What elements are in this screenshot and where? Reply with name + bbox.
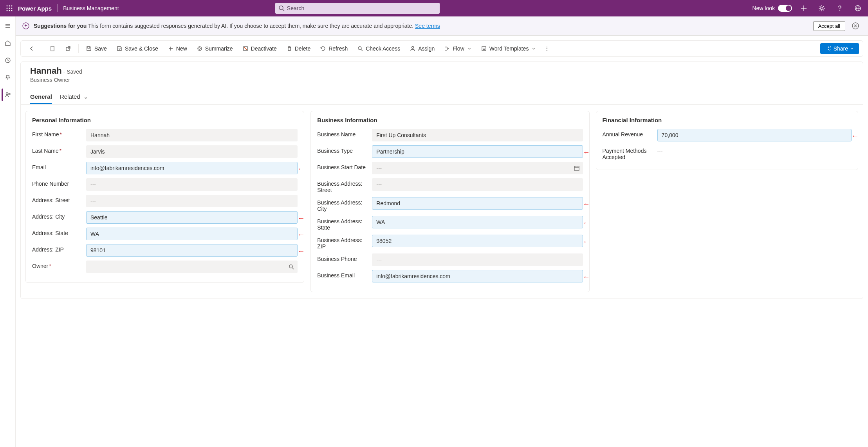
biz-name-label: Business Name [317,129,372,138]
search-icon [278,5,285,11]
pin-icon[interactable] [2,71,14,84]
city-label: Address: City [32,211,86,220]
search-input[interactable] [275,3,440,14]
biz-name-input[interactable] [372,129,583,141]
svg-point-37 [289,265,292,268]
assign-button[interactable]: Assign [406,43,439,54]
city-input[interactable] [86,211,298,224]
word-templates-button[interactable]: Word Templates [477,43,540,54]
globe-icon[interactable] [852,2,864,14]
revenue-label: Annual Revenue [603,129,657,138]
biz-phone-input[interactable] [372,253,583,266]
biz-state-input[interactable] [372,216,583,228]
svg-point-35 [412,47,414,49]
zip-label: Address: ZIP [32,244,86,253]
waffle-icon[interactable] [4,3,15,14]
biz-type-input[interactable] [372,145,583,158]
svg-point-1 [9,5,10,7]
record-header: Hannah - Saved Business Owner [21,62,863,83]
refresh-button[interactable]: Refresh [316,43,352,54]
arrow-annotation [852,132,859,140]
popout-button[interactable] [61,43,75,54]
biz-city-input[interactable] [372,197,583,210]
first-name-input[interactable] [86,129,298,141]
section-title: Financial Information [603,117,852,123]
home-icon[interactable] [2,37,14,49]
suggest-bold: Suggestions for you [34,23,87,29]
command-bar: Save Save & Close New Summarize Deactiva… [20,40,863,57]
personal-info-section: Personal Information First Name* Last Na… [25,111,304,283]
first-name-label: First Name [32,131,59,138]
save-button[interactable]: Save [82,43,111,54]
section-title: Business Information [317,117,583,123]
help-icon[interactable] [834,2,846,14]
left-rail [0,16,16,304]
plus-icon[interactable] [798,2,810,14]
form-sections: Personal Information First Name* Last Na… [21,105,863,299]
app-name: Power Apps [18,5,52,12]
record-entity: Business Owner [30,77,854,83]
biz-email-input[interactable] [372,270,583,282]
owner-input[interactable] [86,261,298,273]
email-input[interactable] [86,162,298,174]
gear-icon[interactable] [816,2,828,14]
biz-zip-input[interactable] [372,235,583,247]
copilot-icon[interactable] [849,20,862,32]
see-terms-link[interactable]: See terms [415,23,440,29]
biz-start-input[interactable] [372,162,583,174]
biz-street-input[interactable] [372,178,583,191]
search-wrap [275,3,440,14]
clock-icon[interactable] [2,54,14,67]
state-input[interactable] [86,228,298,240]
app-sublabel: Business Management [63,5,119,11]
deactivate-button[interactable]: Deactivate [238,43,281,54]
svg-line-38 [292,268,294,269]
topbar-right: New look [752,2,864,14]
biz-email-label: Business Email [317,270,372,279]
calendar-icon[interactable] [574,165,580,171]
toggle-switch[interactable] [778,5,792,12]
search-icon[interactable] [288,264,294,270]
more-commands-button[interactable]: ⋮ [541,43,553,54]
svg-point-22 [6,93,8,95]
phone-input[interactable] [86,178,298,191]
revenue-input[interactable] [657,129,852,141]
save-close-button[interactable]: Save & Close [112,43,162,54]
back-button[interactable] [25,43,39,54]
biz-phone-label: Business Phone [317,253,372,262]
people-icon[interactable] [2,89,14,101]
payment-label: Payment Methods Accepted [603,145,657,160]
hamburger-icon[interactable] [2,20,14,32]
record-saved-label: - Saved [63,69,82,75]
summarize-button[interactable]: Summarize [193,43,237,54]
biz-city-label: Business Address: City [317,197,372,212]
top-bar: Power Apps Business Management New look [0,0,868,16]
svg-point-13 [821,7,823,9]
biz-start-label: Business Start Date [317,162,372,170]
open-record-set-button[interactable] [45,43,60,54]
arrow-annotation [583,200,590,208]
tabs: General Related ⌄ [21,90,863,105]
svg-point-5 [11,8,13,9]
svg-point-8 [11,10,13,11]
tab-related[interactable]: Related ⌄ [60,90,88,104]
share-button[interactable]: Share [820,43,859,54]
check-access-button[interactable]: Check Access [353,43,404,54]
biz-state-label: Business Address: State [317,216,372,231]
flow-button[interactable]: Flow [440,43,475,54]
delete-button[interactable]: Delete [282,43,314,54]
accept-all-button[interactable]: Accept all [813,21,845,31]
biz-street-label: Business Address: Street [317,178,372,193]
owner-label: Owner [32,263,48,269]
new-button[interactable]: New [164,43,191,54]
tab-general[interactable]: General [30,90,52,104]
svg-point-9 [279,6,283,10]
street-input[interactable] [86,195,298,207]
new-look-label: New look [752,5,775,11]
new-look-toggle[interactable]: New look [752,5,792,12]
financial-info-section: Financial Information Annual Revenue Pay… [596,111,858,170]
svg-line-34 [361,49,363,51]
zip-input[interactable] [86,244,298,257]
last-name-input[interactable] [86,145,298,158]
payment-value: --- [657,145,852,156]
